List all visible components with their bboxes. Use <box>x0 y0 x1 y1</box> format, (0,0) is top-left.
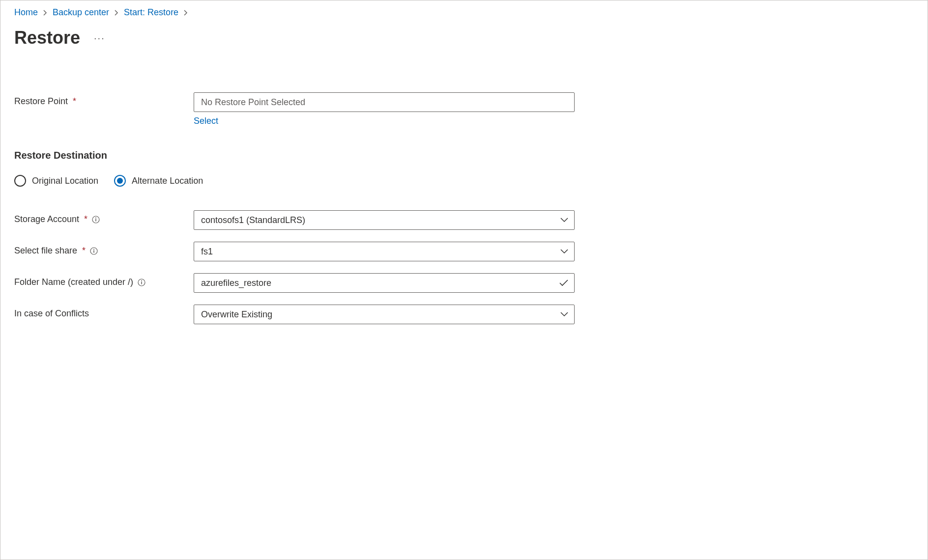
required-indicator: * <box>84 214 87 224</box>
check-icon <box>559 280 568 286</box>
svg-rect-8 <box>141 281 142 284</box>
file-share-select[interactable]: fs1 <box>194 242 575 261</box>
info-icon[interactable] <box>89 247 98 255</box>
restore-point-label: Restore Point * <box>14 92 194 107</box>
restore-point-row: Restore Point * No Restore Point Selecte… <box>14 92 914 126</box>
conflicts-label-text: In case of Conflicts <box>14 308 89 319</box>
storage-account-label: Storage Account * <box>14 210 194 224</box>
info-icon[interactable] <box>137 278 146 287</box>
chevron-right-icon <box>43 10 48 16</box>
breadcrumb: Home Backup center Start: Restore <box>14 7 914 18</box>
folder-name-value: azurefiles_restore <box>201 278 271 288</box>
file-share-label: Select file share * <box>14 242 194 256</box>
radio-icon <box>114 175 126 187</box>
page-title: Restore <box>14 28 80 48</box>
select-restore-point-link[interactable]: Select <box>194 116 218 126</box>
required-indicator: * <box>73 96 76 107</box>
breadcrumb-link-start-restore[interactable]: Start: Restore <box>124 7 178 18</box>
svg-rect-2 <box>95 219 96 221</box>
folder-name-input[interactable]: azurefiles_restore <box>194 273 575 293</box>
chevron-right-icon <box>183 10 188 16</box>
file-share-row: Select file share * fs1 <box>14 242 914 261</box>
chevron-down-icon <box>560 312 568 317</box>
radio-alternate-location[interactable]: Alternate Location <box>114 175 203 187</box>
conflicts-value: Overwrite Existing <box>201 309 272 320</box>
info-icon[interactable] <box>91 215 100 224</box>
storage-account-select[interactable]: contosofs1 (StandardLRS) <box>194 210 575 230</box>
svg-point-4 <box>93 249 94 250</box>
restore-destination-radio-group: Original Location Alternate Location <box>14 175 914 187</box>
storage-account-row: Storage Account * contosofs1 (StandardLR… <box>14 210 914 230</box>
more-actions-button[interactable]: ··· <box>92 31 107 45</box>
radio-original-location[interactable]: Original Location <box>14 175 98 187</box>
folder-name-label-text: Folder Name (created under /) <box>14 277 133 287</box>
radio-alternate-label: Alternate Location <box>132 176 203 186</box>
svg-rect-5 <box>93 250 94 252</box>
radio-icon <box>14 175 26 187</box>
file-share-label-text: Select file share <box>14 246 77 256</box>
restore-point-value: No Restore Point Selected <box>201 97 305 108</box>
conflicts-select[interactable]: Overwrite Existing <box>194 305 575 324</box>
required-indicator: * <box>82 246 86 256</box>
folder-name-label: Folder Name (created under /) <box>14 273 194 287</box>
chevron-down-icon <box>560 249 568 254</box>
radio-original-label: Original Location <box>32 176 98 186</box>
title-row: Restore ··· <box>14 28 914 48</box>
restore-destination-heading: Restore Destination <box>14 150 914 161</box>
storage-account-label-text: Storage Account <box>14 214 79 224</box>
svg-point-1 <box>95 217 96 218</box>
conflicts-row: In case of Conflicts Overwrite Existing <box>14 305 914 324</box>
storage-account-value: contosofs1 (StandardLRS) <box>201 215 305 225</box>
svg-point-7 <box>141 280 142 281</box>
breadcrumb-link-backup-center[interactable]: Backup center <box>53 7 109 18</box>
conflicts-label: In case of Conflicts <box>14 305 194 319</box>
file-share-value: fs1 <box>201 247 213 257</box>
chevron-right-icon <box>114 10 119 16</box>
breadcrumb-link-home[interactable]: Home <box>14 7 38 18</box>
folder-name-row: Folder Name (created under /) azurefiles… <box>14 273 914 293</box>
restore-point-field: No Restore Point Selected <box>194 92 575 112</box>
restore-point-label-text: Restore Point <box>14 96 68 107</box>
restore-panel: Home Backup center Start: Restore Restor… <box>0 0 928 560</box>
chevron-down-icon <box>560 218 568 223</box>
